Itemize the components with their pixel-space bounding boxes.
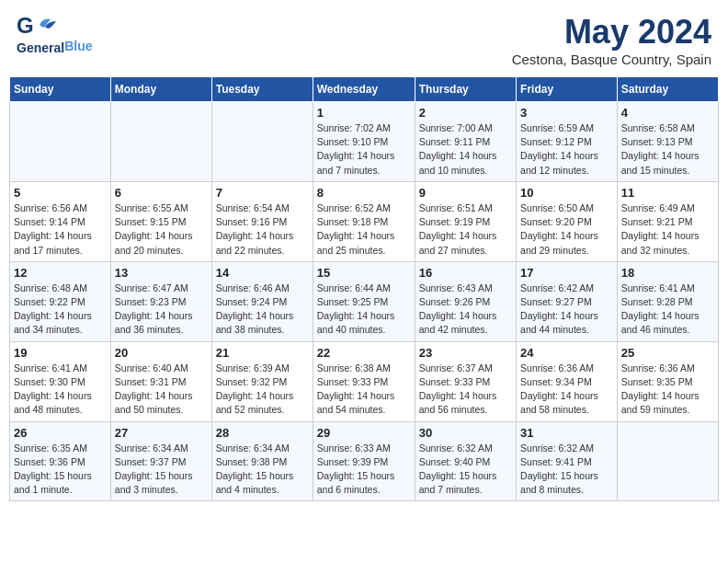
calendar-day-cell: 24Sunrise: 6:36 AM Sunset: 9:34 PM Dayli… — [517, 341, 618, 421]
day-number: 19 — [14, 346, 107, 360]
day-number: 7 — [216, 186, 309, 200]
calendar-day-cell: 2Sunrise: 7:00 AM Sunset: 9:11 PM Daylig… — [415, 102, 516, 182]
day-number: 27 — [115, 426, 208, 440]
day-info: Sunrise: 7:00 AM Sunset: 9:11 PM Dayligh… — [419, 121, 512, 178]
weekday-header-row: SundayMondayTuesdayWednesdayThursdayFrid… — [10, 77, 719, 102]
day-info: Sunrise: 6:40 AM Sunset: 9:31 PM Dayligh… — [115, 362, 208, 418]
day-info: Sunrise: 6:58 AM Sunset: 9:13 PM Dayligh… — [621, 121, 714, 178]
day-info: Sunrise: 6:34 AM Sunset: 9:38 PM Dayligh… — [216, 442, 309, 498]
day-info: Sunrise: 6:38 AM Sunset: 9:33 PM Dayligh… — [317, 362, 411, 418]
weekday-header-cell: Saturday — [617, 77, 718, 102]
day-number: 8 — [317, 186, 411, 200]
calendar-day-cell: 29Sunrise: 6:33 AM Sunset: 9:39 PM Dayli… — [313, 421, 415, 501]
calendar-day-cell: 16Sunrise: 6:43 AM Sunset: 9:26 PM Dayli… — [415, 261, 516, 341]
weekday-header-cell: Tuesday — [211, 77, 313, 102]
calendar-body: 1Sunrise: 7:02 AM Sunset: 9:10 PM Daylig… — [10, 102, 719, 501]
day-info: Sunrise: 6:32 AM Sunset: 9:40 PM Dayligh… — [419, 442, 512, 498]
day-info: Sunrise: 6:55 AM Sunset: 9:15 PM Dayligh… — [115, 201, 208, 258]
day-info: Sunrise: 6:54 AM Sunset: 9:16 PM Dayligh… — [216, 201, 309, 258]
day-number: 22 — [317, 346, 411, 360]
logo: G General Blue — [17, 13, 92, 55]
logo-general-text: General — [17, 40, 64, 55]
calendar-day-cell: 23Sunrise: 6:37 AM Sunset: 9:33 PM Dayli… — [415, 341, 516, 421]
logo-g-letter: G — [17, 13, 34, 39]
calendar-day-cell: 18Sunrise: 6:41 AM Sunset: 9:28 PM Dayli… — [617, 261, 718, 341]
calendar-day-cell: 1Sunrise: 7:02 AM Sunset: 9:10 PM Daylig… — [313, 102, 415, 182]
day-info: Sunrise: 6:37 AM Sunset: 9:33 PM Dayligh… — [419, 362, 512, 418]
calendar-day-cell: 31Sunrise: 6:32 AM Sunset: 9:41 PM Dayli… — [517, 421, 618, 501]
logo-bird-icon — [36, 16, 58, 36]
day-info: Sunrise: 6:36 AM Sunset: 9:34 PM Dayligh… — [520, 362, 613, 418]
day-number: 23 — [419, 346, 512, 360]
day-number: 18 — [621, 266, 714, 280]
calendar-week-row: 26Sunrise: 6:35 AM Sunset: 9:36 PM Dayli… — [10, 421, 719, 501]
day-info: Sunrise: 6:50 AM Sunset: 9:20 PM Dayligh… — [520, 201, 613, 258]
day-number: 1 — [317, 106, 411, 120]
day-info: Sunrise: 6:36 AM Sunset: 9:35 PM Dayligh… — [621, 362, 714, 418]
page-header: G General Blue May 2024 Cestona, Basque … — [9, 9, 719, 71]
calendar-day-cell: 30Sunrise: 6:32 AM Sunset: 9:40 PM Dayli… — [415, 421, 516, 501]
calendar-day-cell: 27Sunrise: 6:34 AM Sunset: 9:37 PM Dayli… — [110, 421, 211, 501]
calendar-day-cell: 14Sunrise: 6:46 AM Sunset: 9:24 PM Dayli… — [211, 261, 313, 341]
day-info: Sunrise: 6:43 AM Sunset: 9:26 PM Dayligh… — [419, 282, 512, 338]
day-number: 14 — [216, 266, 309, 280]
weekday-header-cell: Sunday — [10, 77, 111, 102]
calendar-day-cell: 4Sunrise: 6:58 AM Sunset: 9:13 PM Daylig… — [617, 102, 718, 182]
day-number: 31 — [520, 426, 613, 440]
calendar-day-cell — [10, 102, 111, 182]
day-number: 21 — [216, 346, 309, 360]
day-number: 9 — [419, 186, 512, 200]
calendar-table: SundayMondayTuesdayWednesdayThursdayFrid… — [9, 76, 719, 501]
calendar-day-cell: 5Sunrise: 6:56 AM Sunset: 9:14 PM Daylig… — [10, 181, 111, 261]
calendar-day-cell: 19Sunrise: 6:41 AM Sunset: 9:30 PM Dayli… — [10, 341, 111, 421]
calendar-day-cell: 22Sunrise: 6:38 AM Sunset: 9:33 PM Dayli… — [313, 341, 415, 421]
day-number: 28 — [216, 426, 309, 440]
day-number: 29 — [317, 426, 411, 440]
calendar-day-cell: 15Sunrise: 6:44 AM Sunset: 9:25 PM Dayli… — [313, 261, 415, 341]
day-number: 11 — [621, 186, 714, 200]
day-number: 6 — [115, 186, 208, 200]
day-number: 13 — [115, 266, 208, 280]
day-number: 30 — [419, 426, 512, 440]
day-info: Sunrise: 6:44 AM Sunset: 9:25 PM Dayligh… — [317, 282, 411, 338]
day-info: Sunrise: 6:39 AM Sunset: 9:32 PM Dayligh… — [216, 362, 309, 418]
weekday-header-cell: Monday — [110, 77, 211, 102]
weekday-header-cell: Thursday — [415, 77, 516, 102]
day-info: Sunrise: 6:35 AM Sunset: 9:36 PM Dayligh… — [14, 442, 107, 498]
calendar-day-cell: 20Sunrise: 6:40 AM Sunset: 9:31 PM Dayli… — [110, 341, 211, 421]
calendar-day-cell: 10Sunrise: 6:50 AM Sunset: 9:20 PM Dayli… — [517, 181, 618, 261]
day-info: Sunrise: 6:59 AM Sunset: 9:12 PM Dayligh… — [520, 121, 613, 178]
day-number: 2 — [419, 106, 512, 120]
day-info: Sunrise: 6:41 AM Sunset: 9:30 PM Dayligh… — [14, 362, 107, 418]
day-info: Sunrise: 6:33 AM Sunset: 9:39 PM Dayligh… — [317, 442, 411, 498]
day-number: 20 — [115, 346, 208, 360]
day-number: 24 — [520, 346, 613, 360]
day-info: Sunrise: 6:47 AM Sunset: 9:23 PM Dayligh… — [115, 282, 208, 338]
calendar-day-cell: 21Sunrise: 6:39 AM Sunset: 9:32 PM Dayli… — [211, 341, 313, 421]
calendar-day-cell — [211, 102, 313, 182]
month-title: May 2024 — [512, 13, 711, 52]
calendar-day-cell: 6Sunrise: 6:55 AM Sunset: 9:15 PM Daylig… — [110, 181, 211, 261]
day-info: Sunrise: 7:02 AM Sunset: 9:10 PM Dayligh… — [317, 121, 411, 178]
calendar-day-cell: 26Sunrise: 6:35 AM Sunset: 9:36 PM Dayli… — [10, 421, 111, 501]
calendar-week-row: 19Sunrise: 6:41 AM Sunset: 9:30 PM Dayli… — [10, 341, 719, 421]
calendar-day-cell: 28Sunrise: 6:34 AM Sunset: 9:38 PM Dayli… — [211, 421, 313, 501]
day-info: Sunrise: 6:51 AM Sunset: 9:19 PM Dayligh… — [419, 201, 512, 258]
location-title: Cestona, Basque Country, Spain — [512, 52, 711, 67]
calendar-day-cell: 9Sunrise: 6:51 AM Sunset: 9:19 PM Daylig… — [415, 181, 516, 261]
title-area: May 2024 Cestona, Basque Country, Spain — [512, 13, 711, 67]
calendar-day-cell: 11Sunrise: 6:49 AM Sunset: 9:21 PM Dayli… — [617, 181, 718, 261]
day-number: 4 — [621, 106, 714, 120]
weekday-header-cell: Friday — [517, 77, 618, 102]
day-number: 5 — [14, 186, 107, 200]
day-info: Sunrise: 6:48 AM Sunset: 9:22 PM Dayligh… — [14, 282, 107, 338]
calendar-day-cell: 8Sunrise: 6:52 AM Sunset: 9:18 PM Daylig… — [313, 181, 415, 261]
day-number: 17 — [520, 266, 613, 280]
day-info: Sunrise: 6:52 AM Sunset: 9:18 PM Dayligh… — [317, 201, 411, 258]
day-info: Sunrise: 6:56 AM Sunset: 9:14 PM Dayligh… — [14, 201, 107, 258]
day-number: 26 — [14, 426, 107, 440]
day-info: Sunrise: 6:42 AM Sunset: 9:27 PM Dayligh… — [520, 282, 613, 338]
weekday-header-cell: Wednesday — [313, 77, 415, 102]
day-number: 3 — [520, 106, 613, 120]
day-info: Sunrise: 6:34 AM Sunset: 9:37 PM Dayligh… — [115, 442, 208, 498]
